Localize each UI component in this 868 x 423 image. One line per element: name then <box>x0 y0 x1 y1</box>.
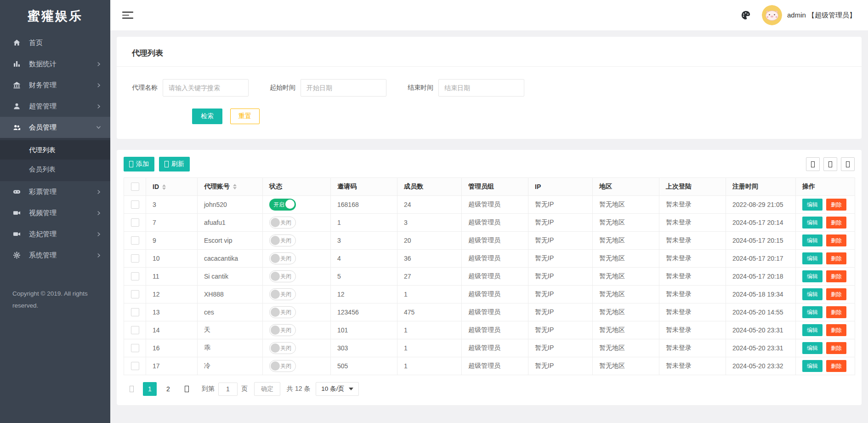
status-label: 关闭 <box>280 309 291 316</box>
export-button[interactable] <box>823 157 837 171</box>
status-toggle[interactable]: 关闭 <box>269 360 296 372</box>
row-checkbox[interactable] <box>131 308 139 316</box>
cell-reg-time: 2024-05-17 20:17 <box>726 250 796 268</box>
row-checkbox[interactable] <box>131 290 139 298</box>
status-toggle[interactable]: 关闭 <box>269 324 296 336</box>
sidebar-item-supermgr[interactable]: 超管管理 <box>0 96 110 117</box>
edit-button[interactable]: 编辑 <box>802 324 823 336</box>
chevron-right-icon <box>96 253 101 258</box>
edit-button[interactable]: 编辑 <box>802 199 823 211</box>
page-size-select[interactable]: 10 条/页 <box>316 382 359 396</box>
user-avatar[interactable] <box>762 5 782 25</box>
search-button[interactable]: 检索 <box>192 109 222 124</box>
cell-region: 暂无地区 <box>593 321 659 339</box>
copyright-text: Copyright © 2019. All rights reserved. <box>0 288 110 311</box>
edit-button[interactable]: 编辑 <box>802 252 823 264</box>
add-button[interactable]: 添加 <box>124 157 154 171</box>
row-checkbox[interactable] <box>131 362 139 370</box>
refresh-button[interactable]: 刷新 <box>159 157 190 171</box>
cell-region: 暂无地区 <box>593 286 659 303</box>
agent-name-input[interactable] <box>163 79 249 97</box>
status-toggle[interactable]: 关闭 <box>269 342 296 354</box>
confirm-page-button[interactable]: 确定 <box>254 382 280 396</box>
chevron-right-icon <box>96 232 101 237</box>
status-toggle[interactable]: 开启 <box>269 199 296 211</box>
sort-icon[interactable] <box>233 184 237 189</box>
row-checkbox[interactable] <box>131 218 139 227</box>
edit-button[interactable]: 编辑 <box>802 360 823 372</box>
sidebar-item-video[interactable]: 视频管理 <box>0 202 110 223</box>
next-page-button[interactable] <box>180 382 193 396</box>
cell-id: 7 <box>146 214 198 232</box>
cell-id: 14 <box>146 321 198 339</box>
row-checkbox[interactable] <box>131 236 139 245</box>
edit-button[interactable]: 编辑 <box>802 306 823 318</box>
cell-invite: 168168 <box>331 196 397 214</box>
delete-button[interactable]: 删除 <box>826 270 846 282</box>
select-all-checkbox[interactable] <box>131 183 139 191</box>
row-checkbox[interactable] <box>131 272 139 280</box>
row-checkbox[interactable] <box>131 326 139 334</box>
status-toggle[interactable]: 关闭 <box>269 217 296 229</box>
theme-palette-icon[interactable] <box>741 10 751 20</box>
sidebar-item-label: 会员管理 <box>29 123 57 132</box>
cell-members: 1 <box>397 357 462 375</box>
sidebar-menu: 首页数据统计财务管理超管管理会员管理代理列表会员列表彩票管理视频管理选妃管理系统… <box>0 32 110 266</box>
edit-button[interactable]: 编辑 <box>802 342 823 354</box>
edit-button[interactable]: 编辑 <box>802 270 823 282</box>
filter-columns-button[interactable] <box>806 157 820 171</box>
edit-button[interactable]: 编辑 <box>802 234 823 246</box>
goto-page-input[interactable] <box>218 383 238 396</box>
sidebar-item-home[interactable]: 首页 <box>0 32 110 53</box>
status-label: 关闭 <box>280 219 291 227</box>
status-toggle[interactable]: 关闭 <box>269 270 296 282</box>
reset-button[interactable]: 重置 <box>230 109 260 124</box>
sidebar-item-stats[interactable]: 数据统计 <box>0 53 110 74</box>
delete-button[interactable]: 删除 <box>826 217 846 229</box>
delete-button[interactable]: 删除 <box>826 199 846 211</box>
edit-button[interactable]: 编辑 <box>802 217 823 229</box>
row-checkbox[interactable] <box>131 200 139 209</box>
start-date-input[interactable] <box>301 79 386 97</box>
end-time-group: 结束时间 <box>408 79 524 97</box>
page-button-1[interactable]: 1 <box>143 382 157 396</box>
sidebar-item-xuanfei[interactable]: 选妃管理 <box>0 223 110 245</box>
sidebar: 蜜獾娱乐 首页数据统计财务管理超管管理会员管理代理列表会员列表彩票管理视频管理选… <box>0 0 110 423</box>
sidebar-subitem-agent-list[interactable]: 代理列表 <box>0 140 110 160</box>
column-label: 邀请码 <box>337 183 357 190</box>
sidebar-item-members[interactable]: 会员管理 <box>0 117 110 138</box>
column-header-id[interactable]: ID <box>146 178 198 196</box>
print-button[interactable] <box>841 157 855 171</box>
cell-status: 关闭 <box>263 303 331 321</box>
cell-reg-time: 2024-05-20 23:32 <box>726 357 796 375</box>
row-checkbox[interactable] <box>131 254 139 263</box>
column-header-account[interactable]: 代理账号 <box>198 178 263 196</box>
sidebar-subitem-member-list[interactable]: 会员列表 <box>0 160 110 179</box>
cell-group: 超级管理员 <box>462 250 528 268</box>
status-toggle[interactable]: 关闭 <box>269 252 296 264</box>
edit-button[interactable]: 编辑 <box>802 288 823 300</box>
delete-button[interactable]: 删除 <box>826 234 846 246</box>
menu-toggle-icon[interactable] <box>122 11 133 19</box>
delete-button[interactable]: 删除 <box>826 342 846 354</box>
status-toggle[interactable]: 关闭 <box>269 306 296 318</box>
column-label: 代理账号 <box>204 183 230 190</box>
agent-name-group: 代理名称 <box>132 79 249 97</box>
prev-page-button[interactable] <box>125 382 138 396</box>
toggle-knob <box>271 361 280 371</box>
row-checkbox[interactable] <box>131 344 139 352</box>
page-button-2[interactable]: 2 <box>161 382 175 396</box>
status-toggle[interactable]: 关闭 <box>269 288 296 300</box>
admin-label[interactable]: admin 【超级管理员】 <box>787 11 856 20</box>
delete-button[interactable]: 删除 <box>826 306 846 318</box>
status-toggle[interactable]: 关闭 <box>269 234 296 246</box>
delete-button[interactable]: 删除 <box>826 252 846 264</box>
end-date-input[interactable] <box>438 79 524 97</box>
sidebar-item-system[interactable]: 系统管理 <box>0 245 110 266</box>
sidebar-item-finance[interactable]: 财务管理 <box>0 74 110 96</box>
sort-icon[interactable] <box>162 184 166 190</box>
sidebar-item-lottery[interactable]: 彩票管理 <box>0 181 110 202</box>
delete-button[interactable]: 删除 <box>826 360 846 372</box>
delete-button[interactable]: 删除 <box>826 288 846 300</box>
delete-button[interactable]: 删除 <box>826 324 846 336</box>
